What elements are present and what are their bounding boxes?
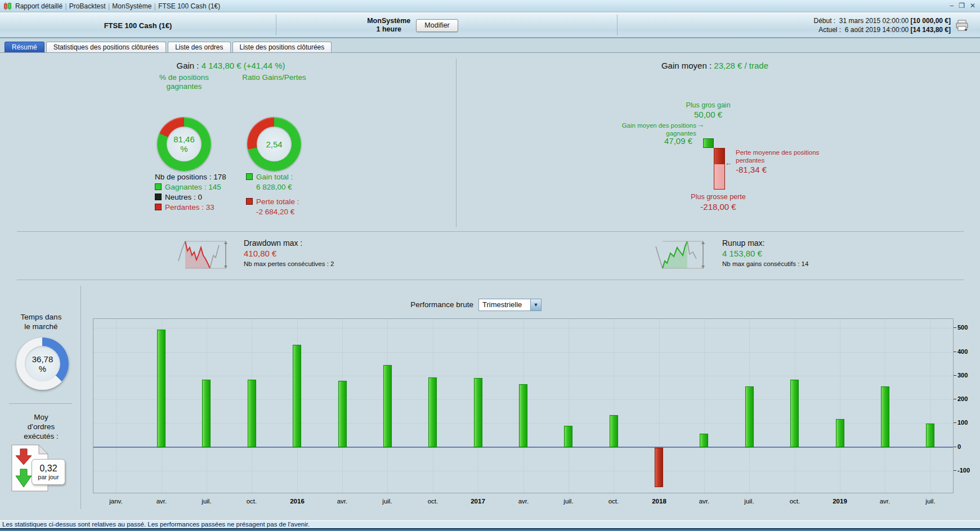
performance-bar	[745, 386, 754, 447]
axis-tick	[954, 422, 956, 423]
summary-divider	[456, 58, 457, 227]
x-axis-label: janv.	[93, 498, 138, 505]
drawdown-title: Drawdown max :	[244, 238, 302, 248]
max-loss-segment	[714, 164, 724, 189]
x-axis-label: oct.	[591, 498, 636, 505]
performance-bar	[655, 448, 663, 487]
avg-win-arrow-icon: →	[697, 120, 704, 129]
gainloss-graphic: Plus gros gain 50,00 € Gain moyen des po…	[608, 101, 856, 222]
biggest-gain-label: Plus gros gain	[663, 101, 753, 109]
gain-moyen-summary: Gain moyen : 23,28 € / trade	[456, 61, 974, 70]
app-candlestick-icon	[3, 2, 12, 10]
avg-win-label: Gain moyen des positions gagnantes	[608, 122, 696, 137]
period-selector[interactable]: Trimestrielle ▼	[478, 299, 542, 311]
x-axis-label: juil.	[546, 498, 591, 505]
minimize-button[interactable]: –	[950, 2, 954, 10]
ratio-donut: 2,54	[247, 117, 301, 171]
gridline	[930, 319, 931, 493]
gridline	[840, 319, 840, 493]
restore-button[interactable]: ❐	[959, 2, 965, 10]
x-axis-label: oct.	[772, 498, 817, 505]
tab-statistiques-des-positions-cl-tur-es[interactable]: Statistiques des positions clôturées	[46, 42, 166, 52]
axis-tick	[954, 375, 956, 376]
x-axis-label: 2016	[275, 498, 320, 505]
tab-r-sum-[interactable]: Résumé	[5, 42, 44, 52]
tab-bar: RésuméStatistiques des positions clôturé…	[5, 42, 332, 52]
x-axis-label: oct.	[229, 498, 274, 505]
biggest-loss-value: -218,00 €	[673, 202, 763, 212]
performance-bar	[926, 424, 934, 447]
performance-bar	[881, 386, 889, 447]
gridline	[704, 319, 705, 493]
axis-tick	[954, 327, 956, 328]
legend-square-icon	[155, 183, 162, 190]
report-header: FTSE 100 Cash (1€) MonSystème 1 heure Mo…	[0, 12, 980, 38]
runup-sparkline-icon	[655, 238, 708, 271]
avg-loss-value: -81,34 €	[736, 165, 767, 174]
ratio-donut-title: Ratio Gains/Pertes	[240, 73, 308, 82]
chart-title: Performance brute	[0, 300, 473, 309]
gridline	[93, 328, 953, 328]
biggest-loss-label: Plus grosse perte	[673, 193, 763, 201]
performance-bar	[248, 380, 256, 447]
chevron-down-icon[interactable]: ▼	[530, 299, 541, 310]
legend-square-icon	[155, 194, 162, 200]
avg-loss-segment	[714, 148, 724, 164]
winrate-value: 81,46 %	[167, 127, 202, 161]
axis-tick	[954, 447, 956, 447]
performance-bar	[790, 380, 799, 447]
axis-tick	[954, 470, 956, 471]
stat-value: -2 684,20 €	[256, 208, 294, 216]
printer-icon[interactable]	[955, 20, 969, 32]
modify-button[interactable]: Modifier	[416, 19, 458, 32]
time-in-market-value: 36,78 %	[25, 346, 60, 381]
axis-tick	[954, 399, 956, 399]
x-axis-label: avr.	[320, 498, 365, 505]
time-in-market-donut: 36,78 %	[16, 338, 69, 390]
close-button[interactable]: ✕	[970, 2, 975, 10]
stat-label: Gain total :	[256, 173, 293, 181]
stat-value: 6 828,00 €	[256, 183, 292, 191]
time-in-market-label: Temps dans le marché	[5, 312, 78, 331]
gridline	[93, 471, 953, 471]
avg-loss-label: Perte moyenne des positions perdantes	[736, 148, 848, 164]
tab-liste-des-positions-cl-tur-es[interactable]: Liste des positions clôturées	[232, 42, 332, 52]
x-axis-label: juil.	[908, 498, 953, 505]
avg-orders-unit: par jour	[38, 474, 59, 480]
runup-note: Nb max gains consécutifs : 14	[722, 260, 808, 267]
stat-label: Perdantes : 33	[165, 203, 214, 212]
avg-win-value: 47,09 €	[608, 136, 692, 146]
gain-summary: Gain : 4 143,80 € (+41,44 %)	[6, 61, 456, 70]
performance-bar	[293, 345, 301, 447]
gridline	[569, 319, 569, 493]
performance-bar	[564, 426, 572, 447]
performance-bar	[519, 384, 527, 447]
performance-bar	[610, 415, 618, 447]
x-axis-label: juil.	[184, 498, 229, 505]
avg-orders-badge: 0,32 par jour	[32, 459, 65, 485]
tab-liste-des-ordres[interactable]: Liste des ordres	[168, 42, 230, 52]
performance-bar	[202, 380, 211, 447]
avg-orders-value: 0,32	[39, 464, 57, 474]
drawdown-note: Nb max pertes consécutives : 2	[244, 260, 334, 267]
avg-loss-arrow-icon: ←	[725, 159, 732, 167]
x-axis-label: 2017	[455, 498, 500, 505]
period-selector-value: Trimestrielle	[479, 299, 530, 310]
positions-total: Nb de positions : 178	[155, 173, 226, 181]
winrate-donut: 81,46 %	[157, 117, 211, 171]
performance-bar	[157, 330, 165, 447]
status-bar: Les statistiques ci-dessus sont relative…	[0, 520, 980, 528]
y-axis-label: 200	[957, 395, 968, 402]
loss-bar	[714, 148, 725, 190]
y-axis-label: 100	[957, 419, 968, 426]
window-bottom-strip	[0, 528, 980, 531]
avg-orders-label: Moy d'ordres exécutés :	[5, 412, 78, 441]
chart-title-row: Performance brute Trimestrielle ▼	[0, 299, 980, 312]
y-axis-label: 0	[957, 443, 961, 450]
gridline	[116, 319, 117, 493]
x-axis-label: 2018	[637, 498, 682, 505]
gain-bar	[703, 138, 714, 148]
x-axis-label: 2019	[817, 498, 862, 505]
x-axis-label: juil.	[727, 498, 772, 505]
performance-bar	[700, 434, 708, 447]
